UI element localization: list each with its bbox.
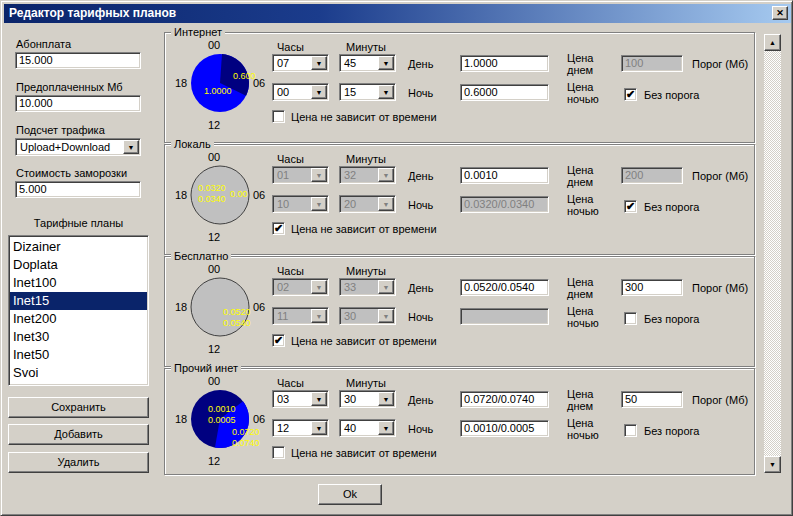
dropdown-arrow-icon[interactable]: ▼: [378, 309, 394, 323]
dropdown-arrow-icon[interactable]: ▼: [311, 168, 327, 182]
day-minutes-value: 30: [340, 391, 378, 407]
threshold-input[interactable]: 50: [621, 391, 683, 408]
clock-label-00: 00: [208, 151, 220, 163]
night-minutes-value: 40: [340, 420, 378, 436]
price-day-input[interactable]: 1.0000: [460, 55, 549, 72]
day-hours-value: 01: [273, 167, 311, 183]
prepaid-mb-input[interactable]: 10.000: [15, 95, 141, 112]
time-independent-checkbox[interactable]: ✔: [272, 222, 285, 235]
dropdown-arrow-icon[interactable]: ▼: [123, 140, 139, 154]
dropdown-arrow-icon[interactable]: ▼: [378, 280, 394, 294]
tariff-plans-list[interactable]: Dizainer Doplata Inet100 Inet15 Inet200 …: [8, 235, 149, 386]
dropdown-arrow-icon[interactable]: ▼: [311, 280, 327, 294]
no-threshold-checkbox[interactable]: ✔: [624, 312, 637, 325]
dropdown-arrow-icon[interactable]: ▼: [311, 197, 327, 211]
tariff-group-internet: Интернет 00 06 12 18 0.6001.0000 Часы Ми…: [164, 32, 755, 143]
night-minutes-select[interactable]: 40 ▼: [339, 419, 396, 437]
clock-label-00: 00: [208, 39, 220, 51]
save-button[interactable]: Сохранить: [8, 397, 149, 418]
minutes-header: Минуты: [346, 265, 386, 277]
list-item[interactable]: Inet30: [10, 328, 147, 346]
close-icon: ✕: [776, 8, 784, 18]
dropdown-arrow-icon[interactable]: ▼: [311, 56, 327, 70]
list-item[interactable]: Svoi: [10, 364, 147, 382]
night-hours-select[interactable]: 12 ▼: [272, 419, 329, 437]
close-button[interactable]: ✕: [772, 6, 788, 20]
list-item[interactable]: Inet100: [10, 274, 147, 292]
price-night-input[interactable]: 0.0320/0.0340: [460, 196, 549, 213]
price-day-input[interactable]: 0.0720/0.0740: [460, 391, 549, 408]
price-night-input[interactable]: [460, 308, 549, 325]
price-night-input[interactable]: 0.0010/0.0005: [460, 420, 549, 437]
night-hours-value: 00: [273, 84, 311, 100]
vertical-scrollbar[interactable]: ▲ ▼: [764, 34, 781, 473]
svg-text:0.0740: 0.0740: [232, 438, 260, 448]
add-button[interactable]: Добавить: [8, 424, 149, 445]
group-title: Интернет: [171, 26, 225, 38]
night-minutes-value: 15: [340, 84, 378, 100]
list-item[interactable]: Doplata: [10, 256, 147, 274]
time-independent-label: Цена не зависит от времени: [291, 447, 437, 459]
dropdown-arrow-icon[interactable]: ▼: [378, 197, 394, 211]
night-hours-select[interactable]: 11 ▼: [272, 307, 329, 325]
time-independent-checkbox[interactable]: ✔: [272, 334, 285, 347]
no-threshold-checkbox[interactable]: ✔: [624, 88, 637, 101]
threshold-label: Порог (Мб): [692, 58, 748, 70]
price-day-input[interactable]: 0.0520/0.0540: [460, 279, 549, 296]
title-bar[interactable]: Редактор тарифных планов ✕: [4, 4, 791, 23]
day-hours-select[interactable]: 01 ▼: [272, 166, 329, 184]
dropdown-arrow-icon[interactable]: ▼: [378, 392, 394, 406]
list-item[interactable]: Inet15: [10, 292, 147, 310]
dropdown-arrow-icon[interactable]: ▼: [378, 421, 394, 435]
price-night-label: Цена ночью: [567, 417, 611, 441]
dropdown-arrow-icon[interactable]: ▼: [378, 85, 394, 99]
day-label: День: [408, 58, 433, 70]
night-hours-select[interactable]: 10 ▼: [272, 195, 329, 213]
list-item[interactable]: Inet50: [10, 346, 147, 364]
day-hours-select[interactable]: 02 ▼: [272, 278, 329, 296]
night-hours-select[interactable]: 00 ▼: [272, 83, 329, 101]
day-minutes-value: 45: [340, 55, 378, 71]
ok-button[interactable]: Ok: [318, 484, 382, 505]
dropdown-arrow-icon[interactable]: ▼: [378, 56, 394, 70]
svg-text:0.0320: 0.0320: [198, 183, 226, 193]
time-independent-checkbox[interactable]: ✔: [272, 110, 285, 123]
dropdown-arrow-icon[interactable]: ▼: [311, 309, 327, 323]
dropdown-arrow-icon[interactable]: ▼: [311, 421, 327, 435]
threshold-input[interactable]: 200: [621, 167, 683, 184]
traffic-count-label: Подсчет трафика: [16, 124, 105, 136]
scroll-up-button[interactable]: ▲: [764, 34, 781, 51]
day-minutes-select[interactable]: 32 ▼: [339, 166, 396, 184]
list-item[interactable]: Dizainer: [10, 238, 147, 256]
night-label: Ночь: [408, 423, 433, 435]
dropdown-arrow-icon[interactable]: ▼: [311, 392, 327, 406]
day-minutes-select[interactable]: 30 ▼: [339, 390, 396, 408]
day-hours-select[interactable]: 07 ▼: [272, 54, 329, 72]
threshold-label: Порог (Мб): [692, 170, 748, 182]
night-minutes-value: 20: [340, 196, 378, 212]
night-minutes-select[interactable]: 30 ▼: [339, 307, 396, 325]
day-minutes-select[interactable]: 33 ▼: [339, 278, 396, 296]
night-minutes-select[interactable]: 20 ▼: [339, 195, 396, 213]
day-hours-select[interactable]: 03 ▼: [272, 390, 329, 408]
dropdown-arrow-icon[interactable]: ▼: [311, 85, 327, 99]
threshold-input[interactable]: 300: [621, 279, 683, 296]
night-minutes-select[interactable]: 15 ▼: [339, 83, 396, 101]
day-label: День: [408, 170, 433, 182]
no-threshold-checkbox[interactable]: ✔: [624, 200, 637, 213]
abonplata-input[interactable]: 15.000: [15, 52, 141, 69]
no-threshold-checkbox[interactable]: ✔: [624, 424, 637, 437]
time-independent-checkbox[interactable]: ✔: [272, 446, 285, 459]
scroll-down-button[interactable]: ▼: [764, 456, 781, 473]
delete-button[interactable]: Удалить: [8, 452, 149, 473]
price-day-input[interactable]: 0.0010: [460, 167, 549, 184]
threshold-input[interactable]: 100: [621, 55, 683, 72]
list-item[interactable]: Inet200: [10, 310, 147, 328]
day-label: День: [408, 394, 433, 406]
freeze-cost-input[interactable]: 5.000: [15, 181, 141, 198]
traffic-count-select[interactable]: Upload+Download ▼: [15, 138, 141, 156]
night-hours-value: 10: [273, 196, 311, 212]
day-minutes-select[interactable]: 45 ▼: [339, 54, 396, 72]
price-night-input[interactable]: 0.6000: [460, 84, 549, 101]
dropdown-arrow-icon[interactable]: ▼: [378, 168, 394, 182]
